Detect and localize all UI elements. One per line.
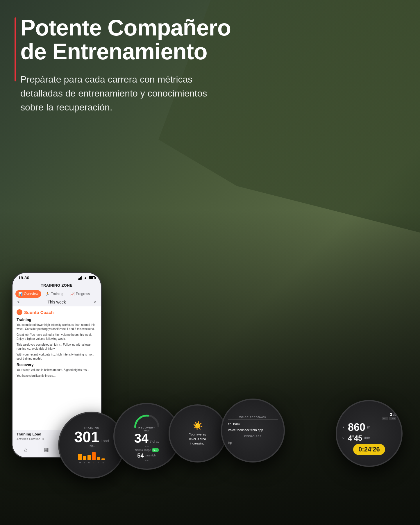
voice-app-menu-item[interactable]: Voice feedback from app <box>228 427 278 433</box>
elapsed-value: 0:24'26 <box>358 446 380 453</box>
tab-bar[interactable]: 📊 Overview 🏃 Training 📈 Progress <box>12 290 101 298</box>
normal-range-value: 5... <box>152 448 159 452</box>
recovery-ms-unit: ms <box>145 445 149 448</box>
weather-text2: level is stea <box>189 437 206 441</box>
exercises-section-title: EXERCISES <box>244 435 262 438</box>
day-m: M <box>78 461 82 464</box>
week-nav: < This week > <box>12 298 101 306</box>
prev-week-button[interactable]: < <box>17 299 20 305</box>
col-duration: Duration <box>29 438 40 441</box>
coach-header: 🏃 Suunto Coach <box>17 309 97 315</box>
watch-voice: VOICE FEEDBACK ↩ Back Voice feedback fro… <box>221 399 285 462</box>
day-t: T <box>83 461 86 464</box>
day-s: S <box>101 461 105 464</box>
watch-weather: ☀️ Your averag level is stea increasing. <box>169 404 227 462</box>
tab-training-label: Training <box>51 292 63 296</box>
sun-icon: ☀️ <box>193 421 203 431</box>
int-label: INT <box>382 417 388 420</box>
bar-tue <box>83 456 86 460</box>
elevation-unit: m <box>367 425 370 429</box>
coach-icon: 🏃 <box>17 309 22 315</box>
hero-title: Potente Compañero de Entrenamiento <box>20 16 238 64</box>
back-menu-item[interactable]: ↩ Back <box>228 421 278 427</box>
divider-3 <box>228 439 278 439</box>
wifi-icon: ▲ <box>84 276 87 280</box>
battery-icon <box>89 276 95 279</box>
voice-feedback-section-title: VOICE FEEDBACK <box>239 416 267 419</box>
training-load-value: 301 <box>74 429 99 444</box>
nav-home-icon[interactable]: ⌂ <box>22 446 30 454</box>
phone-status-bar: 19.36 ▲ <box>12 273 101 281</box>
watch-metrics: 3 /5 INT TPR ▲ 860 m ↻ 4'45 /km 0:24'26 <box>336 400 403 467</box>
coach-text-3: This week you completed a high r... Foll… <box>17 343 97 351</box>
back-icon: ↩ <box>228 422 231 426</box>
day-labels: M T W T F S <box>78 461 105 464</box>
normal-range-label: Normal range <box>135 449 151 451</box>
day-f: F <box>97 461 100 464</box>
bar-mon <box>78 454 82 460</box>
recovery-7d-unit: 7-d av <box>150 440 159 444</box>
recovery-gauge-svg <box>132 411 161 428</box>
coach-text-2: Great job! You have gained a high volume… <box>17 333 97 341</box>
coach-text-4: With your recent workouts in... high-int… <box>17 353 97 361</box>
phone-content: 🏃 Suunto Coach Training You completed fe… <box>12 306 101 430</box>
tab-overview-label: Overview <box>24 292 38 296</box>
elapsed-badge: 0:24'26 <box>353 444 385 455</box>
day-th: T <box>92 461 96 464</box>
progress-icon: 📈 <box>70 292 75 296</box>
chart-icon: 📊 <box>18 292 23 296</box>
voice-app-label: Voice feedback from app <box>228 428 263 432</box>
score-row: 3 /5 <box>342 412 396 417</box>
elevation-value: 860 <box>348 422 365 433</box>
hero-text-block: Potente Compañero de Entrenamiento Prepá… <box>20 16 238 114</box>
app-header: TRAINING ZONE <box>12 281 101 290</box>
tab-overview[interactable]: 📊 Overview <box>15 290 41 298</box>
last-night-ms: ms <box>145 459 149 462</box>
last-night-label: Last night <box>145 454 156 457</box>
elevation-row: ▲ 860 m <box>342 422 396 433</box>
signal-icon <box>78 276 82 280</box>
lap-menu-item[interactable]: lap <box>228 440 278 446</box>
next-week-button[interactable]: > <box>94 299 96 305</box>
divider-2 <box>228 434 278 434</box>
coach-text-1: You completed fewer high intensity worko… <box>17 323 97 331</box>
run-icon: 🏃 <box>45 292 50 296</box>
last-night-row: 54 Last night <box>137 452 156 459</box>
bar-wed <box>87 455 91 460</box>
score-current: 3 <box>390 412 392 417</box>
lap-label: lap <box>228 441 232 444</box>
elevation-icon: ▲ <box>342 426 346 429</box>
day-w: W <box>87 461 91 464</box>
recovery-section-title: Recovery <box>17 362 97 367</box>
tab-progress-label: Progress <box>76 292 90 296</box>
coach-text-5: Your sleep volume is below amount. A goo… <box>17 368 97 372</box>
divider-1 <box>228 419 278 420</box>
training-section-title: Training <box>17 317 97 322</box>
weather-text1: Your averag <box>189 432 206 437</box>
recovery-watch-label: RECOVERY <box>138 426 155 429</box>
col-time: Ti <box>41 438 44 441</box>
pace-value: 4'45 <box>348 434 362 442</box>
type-label: TPR <box>389 417 396 420</box>
tab-progress[interactable]: 📈 Progress <box>67 290 93 298</box>
tab-training[interactable]: 🏃 Training <box>42 290 66 298</box>
pace-icon: ↻ <box>342 436 346 440</box>
hero-subtitle: Prepárate para cada carrera con métricas… <box>20 72 218 114</box>
weather-text3: increasing. <box>190 441 205 446</box>
app-title: TRAINING ZONE <box>41 283 72 288</box>
pace-row: ↻ 4'45 /km <box>342 434 396 442</box>
training-this-label: This... <box>88 444 95 447</box>
score-total: /5 <box>393 412 396 417</box>
bar-fri <box>97 457 100 460</box>
week-label: This week <box>47 300 66 304</box>
status-icons: ▲ <box>78 276 95 280</box>
col-activities: Activities <box>17 438 28 441</box>
last-night-value: 54 <box>137 452 144 459</box>
recovery-value: 34 <box>134 432 149 445</box>
accent-bar <box>15 17 16 81</box>
training-bar-chart <box>78 449 105 460</box>
back-label: Back <box>233 422 240 426</box>
phone-time: 19.36 <box>18 275 29 280</box>
pace-unit: /km <box>364 436 370 440</box>
nav-calendar-icon[interactable]: ▦ <box>42 446 51 454</box>
